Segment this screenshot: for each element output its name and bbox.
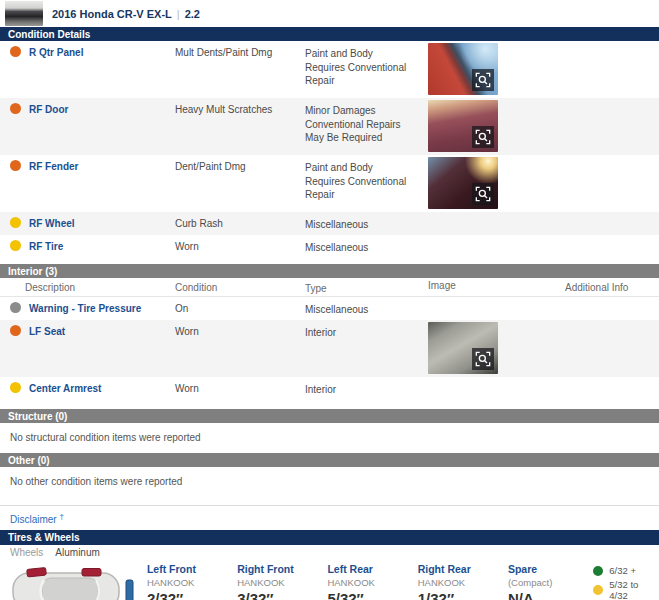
condition-row: RF Fender Dent/Paint Dmg Paint and Body … bbox=[0, 155, 659, 212]
interior-photo-seat[interactable] bbox=[428, 322, 498, 374]
condition-row: RF Door Heavy Mult Scratches Minor Damag… bbox=[0, 98, 659, 155]
legend-label: 5/32 to 4/32 bbox=[609, 579, 659, 600]
condition-item-link[interactable]: RF Fender bbox=[29, 161, 78, 173]
section-title: Structure (0) bbox=[8, 411, 67, 422]
condition-text: Curb Rash bbox=[175, 212, 305, 229]
tire-position-label: Right Rear bbox=[418, 563, 508, 576]
interior-item-link[interactable]: Center Armrest bbox=[29, 383, 101, 395]
repair-type-text: Paint and Body Requires Conventional Rep… bbox=[305, 41, 428, 88]
tire-position-label: Left Front bbox=[147, 563, 237, 576]
tire-brand: (Compact) bbox=[508, 577, 585, 589]
column-header-additional-info: Additional Info bbox=[565, 278, 659, 293]
repair-type-text: Miscellaneous bbox=[305, 235, 428, 255]
wheel-right-rear bbox=[82, 569, 101, 577]
interior-column-headers: Description Condition Type Image Additio… bbox=[0, 278, 659, 297]
interior-row: Warning - Tire Pressure On Miscellaneous bbox=[0, 297, 659, 320]
tire-diagram-wrap bbox=[0, 563, 147, 600]
disclaimer-row: Disclaimer † bbox=[0, 506, 659, 530]
condition-row: RF Tire Worn Miscellaneous bbox=[0, 235, 659, 258]
disclaimer-superscript: † bbox=[59, 512, 63, 521]
vehicle-thumbnail-photo[interactable] bbox=[5, 1, 43, 26]
tread-depth-legend: 6/32 + 5/32 to 4/32 < 4/32 N/A bbox=[593, 563, 659, 600]
tire-col-left-front: Left Front HANKOOK 2/32″ 225/65R17.0 bbox=[147, 563, 237, 600]
condition-row: RF Wheel Curb Rash Miscellaneous bbox=[0, 212, 659, 235]
condition-item-link[interactable]: RF Wheel bbox=[29, 218, 75, 230]
legend-label: 6/32 + bbox=[609, 565, 636, 576]
tire-position-label: Spare bbox=[508, 563, 585, 576]
condition-report-page: 2016 Honda CR-V EX-L|2.2 Condition Detai… bbox=[0, 0, 659, 600]
wheel-spare bbox=[126, 580, 133, 600]
condition-item-link[interactable]: RF Tire bbox=[29, 241, 63, 253]
interior-item-link[interactable]: Warning - Tire Pressure bbox=[29, 303, 141, 315]
wheel-right-front bbox=[27, 568, 47, 577]
additional-info-cell bbox=[565, 98, 659, 104]
section-header-interior: Interior (3) bbox=[0, 264, 659, 278]
vehicle-title-wrap: 2016 Honda CR-V EX-L|2.2 bbox=[52, 8, 200, 20]
tire-tread-depth: N/A bbox=[508, 590, 585, 600]
other-empty-message: No other condition items were reported bbox=[0, 467, 659, 497]
magnify-icon[interactable] bbox=[472, 126, 494, 148]
additional-info-cell bbox=[565, 377, 659, 383]
tire-tread-depth: 5/32″ bbox=[327, 590, 417, 600]
vehicle-header: 2016 Honda CR-V EX-L|2.2 bbox=[0, 0, 659, 27]
wheels-info-row: Wheels Aluminum bbox=[0, 545, 659, 560]
tire-position-label: Right Front bbox=[237, 563, 327, 576]
tire-tread-depth: 3/32″ bbox=[237, 590, 327, 600]
severity-dot-orange bbox=[10, 160, 21, 171]
legend-dot-green bbox=[593, 566, 603, 576]
condition-row: R Qtr Panel Mult Dents/Paint Dmg Paint a… bbox=[0, 41, 659, 98]
condition-text: On bbox=[175, 297, 305, 314]
column-header-image: Image bbox=[428, 278, 565, 291]
additional-info-cell bbox=[565, 235, 659, 241]
section-header-structure: Structure (0) bbox=[0, 409, 659, 423]
magnify-icon[interactable] bbox=[472, 183, 494, 205]
title-separator: | bbox=[177, 8, 180, 20]
tire-col-spare: Spare (Compact) N/A bbox=[508, 563, 585, 600]
additional-info-cell bbox=[565, 320, 659, 326]
severity-dot-yellow bbox=[10, 217, 21, 228]
magnify-icon[interactable] bbox=[472, 69, 494, 91]
tire-brand: HANKOOK bbox=[327, 577, 417, 589]
type-text: Interior bbox=[305, 377, 428, 397]
repair-type-text: Miscellaneous bbox=[305, 212, 428, 232]
vehicle-title: 2016 Honda CR-V EX-L bbox=[52, 8, 172, 20]
additional-info-cell bbox=[565, 297, 659, 303]
severity-dot-gray bbox=[10, 302, 21, 313]
section-title: Interior (3) bbox=[8, 266, 57, 277]
damage-photo-door[interactable] bbox=[428, 100, 498, 152]
disclaimer-link[interactable]: Disclaimer † bbox=[10, 514, 64, 525]
legend-item: 5/32 to 4/32 bbox=[593, 579, 659, 600]
tire-col-right-rear: Right Rear HANKOOK 1/32″ 225/65R17.0 bbox=[418, 563, 508, 600]
damage-photo-fender[interactable] bbox=[428, 157, 498, 209]
interior-item-link[interactable]: LF Seat bbox=[29, 326, 65, 338]
tire-brand: HANKOOK bbox=[147, 577, 237, 589]
wheels-value: Aluminum bbox=[55, 547, 99, 558]
interior-row: Center Armrest Worn Interior bbox=[0, 377, 659, 400]
severity-dot-orange bbox=[10, 103, 21, 114]
condition-item-link[interactable]: RF Door bbox=[29, 104, 68, 116]
section-title: Other (0) bbox=[8, 455, 50, 466]
additional-info-cell bbox=[565, 41, 659, 47]
interior-row: LF Seat Worn Interior bbox=[0, 320, 659, 377]
condition-text: Dent/Paint Dmg bbox=[175, 155, 305, 172]
condition-grade: 2.2 bbox=[185, 8, 200, 20]
type-text: Miscellaneous bbox=[305, 297, 428, 317]
type-text: Interior bbox=[305, 320, 428, 340]
tire-col-right-front: Right Front HANKOOK 3/32″ 225/65R17.0 bbox=[237, 563, 327, 600]
condition-item-link[interactable]: R Qtr Panel bbox=[29, 47, 83, 59]
section-header-condition-details: Condition Details bbox=[0, 27, 659, 41]
condition-text: Mult Dents/Paint Dmg bbox=[175, 41, 305, 58]
damage-photo-quarter-panel[interactable] bbox=[428, 43, 498, 95]
wheels-label: Wheels bbox=[10, 547, 43, 558]
tire-tread-depth: 1/32″ bbox=[418, 590, 508, 600]
section-title: Tires & Wheels bbox=[8, 532, 80, 543]
severity-dot-yellow bbox=[10, 382, 21, 393]
repair-type-text: Paint and Body Requires Conventional Rep… bbox=[305, 155, 428, 202]
magnify-icon[interactable] bbox=[472, 348, 494, 370]
severity-dot-orange bbox=[10, 46, 21, 57]
tire-position-label: Left Rear bbox=[327, 563, 417, 576]
repair-type-text: Minor Damages Conventional Repairs May B… bbox=[305, 98, 428, 145]
tire-col-left-rear: Left Rear HANKOOK 5/32″ 225/65R17.0 bbox=[327, 563, 417, 600]
condition-text: Worn bbox=[175, 377, 305, 394]
column-header-condition: Condition bbox=[175, 278, 305, 293]
